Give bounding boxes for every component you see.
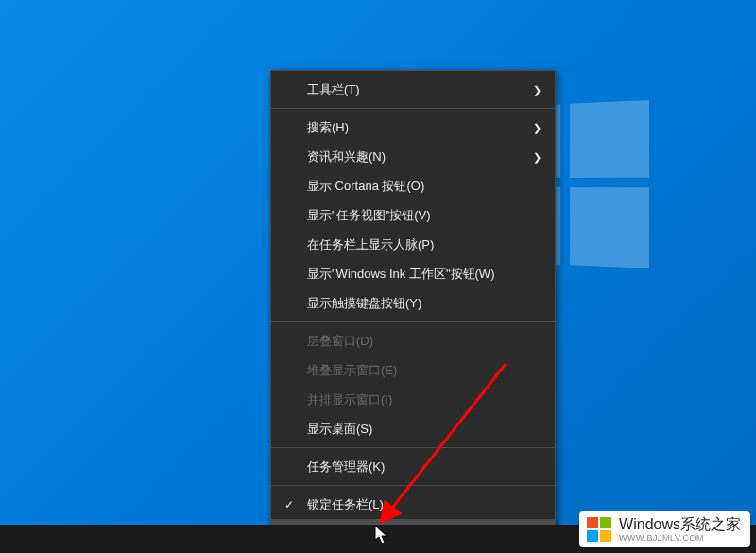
menu-item-toolbars[interactable]: 工具栏(T) ❯	[271, 75, 555, 104]
menu-label: 层叠窗口(D)	[307, 333, 373, 350]
menu-label: 显示"Windows Ink 工作区"按钮(W)	[307, 266, 494, 283]
menu-label: 锁定任务栏(L)	[307, 496, 384, 513]
menu-item-news[interactable]: 资讯和兴趣(N) ❯	[271, 142, 555, 171]
menu-separator	[271, 321, 555, 322]
svg-rect-4	[600, 530, 611, 542]
watermark-title: Windows系统之家	[619, 517, 741, 532]
menu-label: 堆叠显示窗口(E)	[307, 362, 397, 379]
taskbar-context-menu: 工具栏(T) ❯ 搜索(H) ❯ 资讯和兴趣(N) ❯ 显示 Cortana 按…	[270, 70, 556, 553]
menu-item-cortana[interactable]: 显示 Cortana 按钮(O)	[271, 171, 555, 200]
svg-rect-3	[587, 530, 598, 542]
watermark-subtitle: WWW.BJJMLV.COM	[619, 534, 741, 543]
desktop[interactable]: 工具栏(T) ❯ 搜索(H) ❯ 资讯和兴趣(N) ❯ 显示 Cortana 按…	[0, 0, 756, 553]
menu-label: 显示 Cortana 按钮(O)	[307, 178, 424, 195]
menu-label: 显示桌面(S)	[307, 421, 372, 438]
watermark: Windows系统之家 WWW.BJJMLV.COM	[579, 511, 750, 547]
menu-label: 并排显示窗口(I)	[307, 391, 392, 408]
check-icon: ✓	[284, 498, 294, 511]
chevron-right-icon: ❯	[533, 121, 541, 133]
menu-item-sidebyside: 并排显示窗口(I)	[271, 385, 555, 414]
menu-item-cascade: 层叠窗口(D)	[271, 326, 555, 355]
menu-label: 显示"任务视图"按钮(V)	[307, 207, 431, 224]
menu-label: 资讯和兴趣(N)	[307, 148, 386, 165]
menu-separator	[271, 447, 555, 448]
watermark-logo-icon	[585, 515, 613, 544]
watermark-text: Windows系统之家 WWW.BJJMLV.COM	[619, 517, 741, 543]
menu-item-lock-taskbar[interactable]: ✓ 锁定任务栏(L)	[271, 490, 555, 519]
menu-item-taskmgr[interactable]: 任务管理器(K)	[271, 452, 555, 481]
menu-item-ink[interactable]: 显示"Windows Ink 工作区"按钮(W)	[271, 259, 555, 288]
chevron-right-icon: ❯	[533, 150, 541, 163]
menu-label: 在任务栏上显示人脉(P)	[307, 236, 434, 253]
menu-label: 显示触摸键盘按钮(Y)	[307, 295, 421, 312]
svg-rect-1	[587, 517, 598, 528]
menu-item-people[interactable]: 在任务栏上显示人脉(P)	[271, 230, 555, 259]
menu-item-search[interactable]: 搜索(H) ❯	[271, 112, 555, 142]
menu-separator	[271, 485, 555, 486]
menu-separator	[271, 108, 555, 109]
menu-label: 工具栏(T)	[307, 81, 360, 98]
menu-item-stacked: 堆叠显示窗口(E)	[271, 355, 555, 385]
menu-item-showdesktop[interactable]: 显示桌面(S)	[271, 414, 555, 443]
svg-rect-2	[600, 517, 611, 528]
menu-label: 任务管理器(K)	[307, 458, 385, 475]
chevron-right-icon: ❯	[533, 83, 541, 95]
menu-item-taskview[interactable]: 显示"任务视图"按钮(V)	[271, 200, 555, 230]
menu-item-touchkb[interactable]: 显示触摸键盘按钮(Y)	[271, 288, 555, 318]
menu-label: 搜索(H)	[307, 119, 349, 136]
